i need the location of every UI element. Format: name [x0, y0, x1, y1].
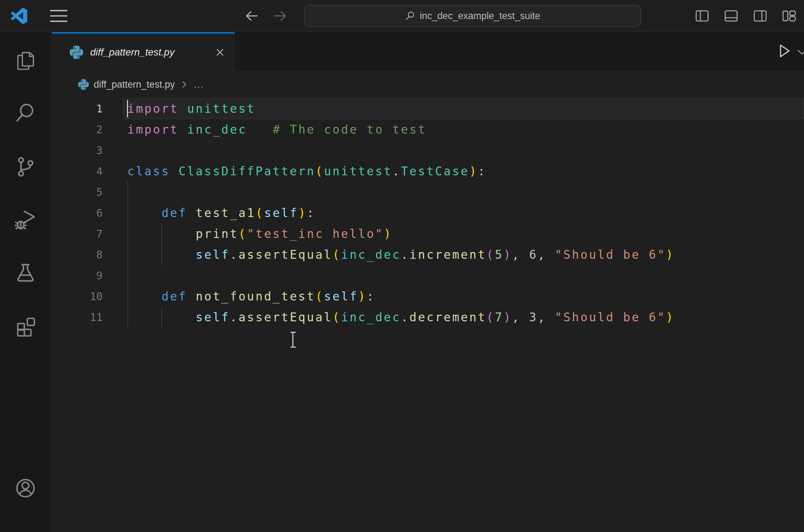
line-number[interactable]: 11	[52, 311, 103, 323]
line-number[interactable]: 1	[52, 103, 103, 115]
code-line[interactable]: 9	[52, 265, 804, 286]
breadcrumb-file[interactable]: diff_pattern_test.py	[94, 79, 175, 90]
activity-bar	[0, 32, 52, 532]
code-line[interactable]: 5	[52, 182, 804, 203]
python-file-icon	[78, 79, 89, 90]
command-center-search[interactable]: inc_dec_example_test_suite	[304, 5, 641, 27]
line-number[interactable]: 4	[52, 165, 103, 177]
code-line[interactable]: 10 def not_found_test(self):	[52, 286, 804, 307]
run-and-debug-icon[interactable]	[13, 207, 38, 232]
code-line[interactable]: 2import inc_dec # The code to test	[52, 119, 804, 140]
source-control-icon[interactable]	[13, 154, 38, 180]
line-number[interactable]: 8	[52, 249, 103, 261]
code-text[interactable]: self.assertEqual(inc_dec.decrement(7), 3…	[127, 310, 675, 324]
go-back-icon[interactable]	[243, 7, 260, 25]
command-center-label: inc_dec_example_test_suite	[420, 11, 540, 22]
tab-diff-pattern-test[interactable]: diff_pattern_test.py	[52, 32, 235, 71]
tab-label: diff_pattern_test.py	[90, 47, 174, 58]
line-number[interactable]: 2	[52, 123, 103, 136]
code-line[interactable]: 6 def test_a1(self):	[52, 203, 804, 223]
search-view-icon[interactable]	[13, 100, 38, 126]
code-text[interactable]: print("test_inc hello")	[127, 227, 392, 241]
close-tab-icon[interactable]	[213, 46, 227, 59]
run-python-file-icon[interactable]	[774, 42, 792, 60]
accounts-icon[interactable]	[13, 475, 38, 501]
line-number[interactable]: 10	[52, 290, 103, 303]
line-number[interactable]: 7	[52, 228, 103, 240]
search-icon	[405, 11, 416, 21]
breadcrumb-symbol[interactable]: ...	[194, 79, 204, 90]
vscode-window: { "accent_color": "#0078d4", "titlebar":…	[0, 0, 804, 532]
vscode-logo-icon	[11, 7, 28, 24]
extensions-icon[interactable]	[13, 313, 38, 338]
code-text[interactable]: import unittest	[127, 102, 256, 116]
toggle-primary-sidebar-icon[interactable]	[694, 7, 711, 24]
line-number[interactable]: 9	[52, 269, 103, 282]
code-text[interactable]: self.assertEqual(inc_dec.increment(5), 6…	[127, 248, 675, 262]
breadcrumb: diff_pattern_test.py ...	[52, 71, 804, 98]
line-number[interactable]: 3	[52, 144, 103, 157]
code-line[interactable]: 11 self.assertEqual(inc_dec.decrement(7)…	[52, 307, 804, 328]
line-number[interactable]: 5	[52, 186, 103, 198]
title-bar: inc_dec_example_test_suite	[0, 0, 804, 32]
menu-icon[interactable]	[49, 8, 69, 24]
code-text[interactable]: def test_a1(self):	[127, 206, 316, 220]
go-forward-icon[interactable]	[272, 7, 289, 25]
code-line[interactable]: 1import unittest	[52, 98, 804, 119]
tab-bar: diff_pattern_test.py	[52, 32, 804, 71]
code-text[interactable]: import inc_dec # The code to test	[127, 123, 427, 136]
code-text[interactable]: def not_found_test(self):	[127, 290, 375, 303]
code-area[interactable]: 1import unittest2import inc_dec # The co…	[52, 98, 804, 532]
chevron-right-icon	[180, 80, 189, 89]
toggle-secondary-sidebar-icon[interactable]	[752, 7, 769, 24]
code-line[interactable]: 8 self.assertEqual(inc_dec.increment(5),…	[52, 244, 804, 265]
code-line[interactable]: 7 print("test_inc hello")	[52, 223, 804, 244]
customize-layout-icon[interactable]	[781, 7, 798, 24]
run-options-chevron-down-icon[interactable]	[796, 46, 804, 58]
text-cursor	[127, 100, 128, 117]
code-line[interactable]: 3	[52, 140, 804, 161]
testing-icon[interactable]	[13, 260, 38, 286]
python-file-icon	[70, 46, 83, 59]
code-text[interactable]: class ClassDiffPattern(unittest.TestCase…	[127, 164, 486, 178]
line-number[interactable]: 6	[52, 207, 103, 219]
code-line[interactable]: 4class ClassDiffPattern(unittest.TestCas…	[52, 161, 804, 182]
python-environments-icon[interactable]	[13, 527, 38, 532]
toggle-panel-icon[interactable]	[723, 7, 740, 24]
explorer-icon[interactable]	[13, 48, 38, 74]
